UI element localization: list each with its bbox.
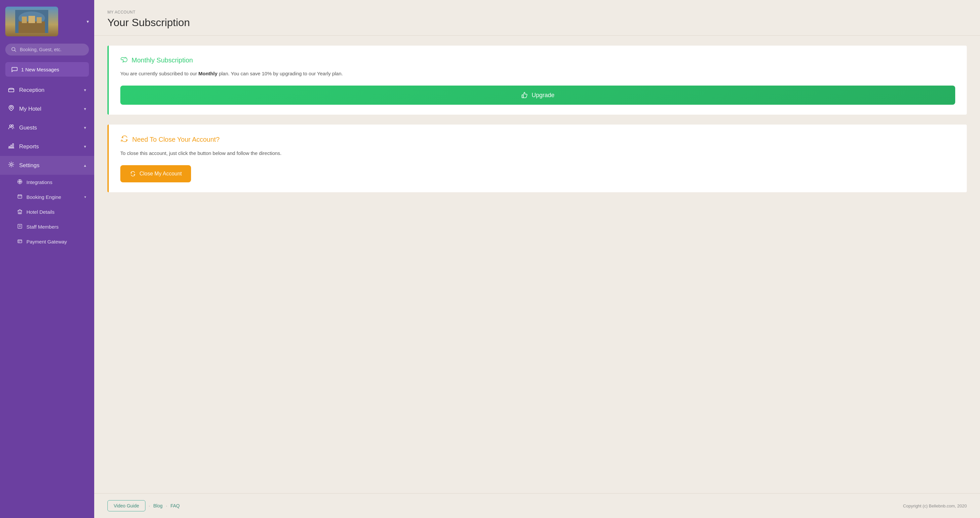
reception-chevron: ▾: [84, 87, 86, 92]
subscription-card-title: Monthly Subscription: [120, 56, 955, 65]
sidebar-item-my-hotel[interactable]: My Hotel ▾: [0, 99, 94, 118]
messages-button[interactable]: 1 New Messages: [5, 62, 89, 77]
search-placeholder: Booking, Guest, etc.: [20, 47, 62, 52]
svg-rect-27: [19, 212, 21, 214]
footer-links: Video Guide · Blog · FAQ: [107, 500, 180, 512]
close-account-card: Need To Close Your Account? To close thi…: [107, 124, 967, 192]
booking-engine-chevron: ▾: [84, 195, 86, 199]
payment-gateway-icon: [17, 238, 22, 245]
svg-rect-33: [19, 242, 19, 243]
reception-icon: [8, 86, 14, 94]
guests-chevron: ▾: [84, 125, 86, 130]
guests-label: Guests: [19, 124, 37, 131]
reports-icon: [8, 142, 14, 151]
close-account-button-icon: [130, 170, 136, 177]
subscription-card: Monthly Subscription You are currently s…: [107, 46, 967, 114]
blog-link[interactable]: Blog: [153, 503, 162, 508]
footer-sep-1: ·: [149, 503, 150, 508]
close-account-recycle-icon: [120, 135, 129, 145]
breadcrumb: MY ACCOUNT: [107, 10, 967, 14]
settings-icon: [8, 161, 14, 170]
staff-members-label: Staff Members: [27, 224, 59, 230]
video-guide-button[interactable]: Video Guide: [107, 500, 145, 512]
sidebar-item-integrations[interactable]: Integrations: [0, 175, 94, 190]
reports-chevron: ▾: [84, 144, 86, 149]
sidebar-header: ▾: [0, 0, 94, 40]
svg-rect-14: [11, 145, 12, 148]
hotel-dropdown-arrow[interactable]: ▾: [87, 19, 89, 24]
close-account-button[interactable]: Close My Account: [120, 165, 191, 182]
integrations-label: Integrations: [27, 180, 52, 185]
svg-point-10: [10, 106, 12, 108]
upgrade-button[interactable]: Upgrade: [120, 86, 955, 105]
hotel-image[interactable]: [5, 6, 58, 37]
sidebar-item-staff-members[interactable]: Staff Members: [0, 219, 94, 234]
upgrade-button-label: Upgrade: [531, 92, 554, 99]
booking-engine-label: Booking Engine: [27, 194, 61, 200]
sidebar-item-reception[interactable]: Reception ▾: [0, 81, 94, 99]
hotel-details-icon: [17, 209, 22, 215]
svg-rect-3: [22, 16, 27, 23]
my-hotel-icon: [8, 105, 14, 113]
copyright-text: Copyright (c) Bellebnb.com, 2020: [903, 504, 967, 508]
hotel-details-label: Hotel Details: [27, 209, 54, 215]
sidebar-item-reports[interactable]: Reports ▾: [0, 137, 94, 156]
svg-point-12: [12, 125, 14, 127]
integrations-icon: [17, 179, 22, 185]
svg-rect-15: [13, 144, 14, 148]
my-hotel-label: My Hotel: [19, 106, 41, 112]
settings-chevron: ▴: [84, 163, 86, 168]
messages-label: 1 New Messages: [21, 67, 59, 72]
sidebar-item-settings[interactable]: Settings ▴: [0, 156, 94, 175]
sidebar-item-booking-engine[interactable]: Booking Engine ▾: [0, 190, 94, 205]
message-icon: [11, 66, 18, 73]
svg-rect-5: [37, 17, 41, 23]
subscription-bird-icon: [120, 56, 128, 65]
page-header: MY ACCOUNT Your Subscription: [94, 0, 980, 36]
svg-rect-4: [29, 16, 35, 23]
subscription-description: You are currently subscribed to our Mont…: [120, 70, 955, 78]
svg-rect-28: [18, 224, 22, 228]
close-account-description: To close this account, just click the bu…: [120, 149, 955, 157]
close-account-title: Need To Close Your Account?: [120, 135, 955, 145]
sidebar-item-hotel-details[interactable]: Hotel Details: [0, 205, 94, 219]
thumbs-up-icon: [521, 92, 528, 99]
search-bar[interactable]: Booking, Guest, etc.: [5, 44, 89, 56]
search-icon: [11, 47, 16, 52]
content-area: Monthly Subscription You are currently s…: [94, 36, 980, 493]
faq-link[interactable]: FAQ: [170, 503, 180, 508]
reports-label: Reports: [19, 143, 39, 150]
svg-point-11: [10, 125, 11, 127]
sidebar-item-guests[interactable]: Guests ▾: [0, 118, 94, 137]
svg-rect-2: [19, 21, 45, 33]
my-hotel-chevron: ▾: [84, 106, 86, 111]
staff-members-icon: [17, 224, 22, 230]
page-title: Your Subscription: [107, 16, 967, 29]
booking-engine-icon: [17, 194, 22, 200]
svg-rect-13: [9, 146, 10, 148]
footer: Video Guide · Blog · FAQ Copyright (c) B…: [94, 493, 980, 518]
svg-point-17: [10, 164, 12, 165]
svg-line-8: [15, 51, 16, 52]
svg-rect-35: [522, 95, 523, 98]
guests-icon: [8, 124, 14, 132]
footer-sep-2: ·: [166, 503, 167, 508]
reception-label: Reception: [19, 87, 45, 94]
sidebar: ▾ Booking, Guest, etc. 1 New Messages Re…: [0, 0, 94, 518]
close-account-button-label: Close My Account: [140, 171, 182, 177]
svg-rect-9: [9, 89, 14, 92]
svg-rect-31: [18, 240, 22, 243]
main-nav: Reception ▾ My Hotel ▾: [0, 79, 94, 250]
payment-gateway-label: Payment Gateway: [27, 239, 67, 245]
svg-point-34: [125, 58, 126, 59]
settings-label: Settings: [19, 162, 39, 169]
sidebar-item-payment-gateway[interactable]: Payment Gateway: [0, 234, 94, 249]
main-content: MY ACCOUNT Your Subscription Monthly Sub…: [94, 0, 980, 518]
svg-rect-22: [18, 195, 22, 198]
